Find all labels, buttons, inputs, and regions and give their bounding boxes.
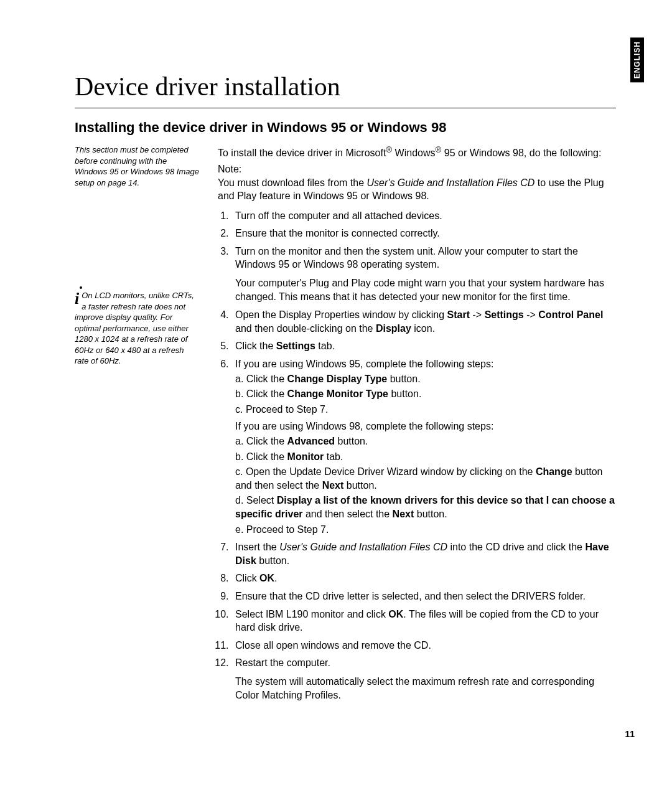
page-title: Device driver installation <box>75 72 616 108</box>
change-button: Change <box>536 466 572 477</box>
instruction-list: Turn off the computer and all attached d… <box>218 209 616 702</box>
ok-button: OK <box>388 609 403 619</box>
substep-98c: c. Open the Update Device Driver Wizard … <box>235 465 616 492</box>
text: -> <box>524 309 539 320</box>
change-monitor-type-button: Change Monitor Type <box>287 388 388 399</box>
settings-tab: Settings <box>276 341 315 351</box>
section-heading: Installing the device driver in Windows … <box>75 120 616 136</box>
monitor-tab: Monitor <box>287 451 324 462</box>
step-6: If you are using Windows 95, complete th… <box>231 357 616 536</box>
text: b. Click the <box>235 388 287 399</box>
win95-substeps: a. Click the Change Display Type button.… <box>235 372 616 416</box>
text: d. Select <box>235 495 277 506</box>
text: Open the Display Properties window by cl… <box>235 309 447 320</box>
text: b. Click the <box>235 451 287 462</box>
step-1: Turn off the computer and all attached d… <box>231 209 616 223</box>
step-11: Close all open windows and remove the CD… <box>231 639 616 652</box>
win98-intro: If you are using Windows 98, complete th… <box>235 420 616 433</box>
step-9: Ensure that the CD drive letter is selec… <box>231 590 616 603</box>
text: Insert the <box>235 542 279 552</box>
control-panel: Control Panel <box>538 309 603 320</box>
text: -> <box>470 309 485 320</box>
registered-mark: ® <box>386 145 392 154</box>
text: Windows <box>392 148 435 158</box>
note-body: You must download files from the User's … <box>218 176 616 203</box>
sidebar-note-lcd-text: On LCD monitors, unlike CRTs, a faster r… <box>75 291 194 365</box>
cd-title: User's Guide and Installation Files CD <box>367 177 535 188</box>
document-page: ENGLISH Device driver installation Insta… <box>0 0 672 800</box>
registered-mark: ® <box>436 145 442 154</box>
substep-6c: c. Proceed to Step 7. <box>235 403 616 416</box>
text: button. <box>256 555 289 566</box>
step-4: Open the Display Properties window by cl… <box>231 308 616 335</box>
step-10: Select IBM L190 monitor and click OK. Th… <box>231 608 616 634</box>
text: tab. <box>324 451 343 462</box>
text: 95 or Windows 98, do the following: <box>441 148 601 158</box>
text: You must download files from the <box>218 177 367 188</box>
text: button. <box>414 509 447 519</box>
page-number: 11 <box>625 729 635 739</box>
language-tab: ENGLISH <box>630 37 644 82</box>
text: Click the <box>235 341 276 351</box>
win98-substeps: a. Click the Advanced button. b. Click t… <box>235 435 616 536</box>
substep-6a: a. Click the Change Display Type button. <box>235 372 616 386</box>
sidebar: This section must be completed before co… <box>75 144 199 707</box>
next-button: Next <box>322 480 344 491</box>
info-icon-dot <box>80 286 82 289</box>
step-12-note: The system will automatically select the… <box>235 675 616 702</box>
substep-98e: e. Proceed to Step 7. <box>235 523 616 537</box>
text: Select IBM L190 monitor and click <box>235 609 388 619</box>
text: tab. <box>315 341 335 351</box>
sidebar-note-prereq: This section must be completed before co… <box>75 144 199 188</box>
text: Restart the computer. <box>235 657 330 668</box>
step-5: Click the Settings tab. <box>231 339 616 353</box>
note-label: Note: <box>218 162 616 176</box>
text: button. <box>335 436 368 446</box>
main-content: To install the device driver in Microsof… <box>218 144 616 707</box>
advanced-button: Advanced <box>287 436 335 446</box>
step-2: Ensure that the monitor is connected cor… <box>231 227 616 240</box>
step-3-note: Your computer's Plug and Play code might… <box>235 276 616 303</box>
step-12: Restart the computer. The system will au… <box>231 656 616 702</box>
two-column-layout: This section must be completed before co… <box>75 144 616 707</box>
change-display-type-button: Change Display Type <box>287 374 388 384</box>
text: button. <box>388 388 421 399</box>
text: a. Click the <box>235 374 287 384</box>
ok-button: OK <box>259 573 274 583</box>
next-button: Next <box>393 509 414 519</box>
sidebar-note-lcd: i On LCD monitors, unlike CRTs, a faster… <box>75 288 199 367</box>
intro-paragraph: To install the device driver in Microsof… <box>218 144 616 160</box>
settings-menu: Settings <box>485 309 524 320</box>
text: . <box>274 573 277 583</box>
info-icon: i <box>75 293 79 304</box>
step-7: Insert the User's Guide and Installation… <box>231 540 616 567</box>
substep-98b: b. Click the Monitor tab. <box>235 450 616 464</box>
text: and then select the <box>303 509 393 519</box>
text: If you are using Windows 95, complete th… <box>235 359 493 369</box>
display-icon: Display <box>376 323 411 334</box>
text: icon. <box>411 323 435 334</box>
text: Turn on the monitor and then the system … <box>235 246 578 270</box>
cd-title: User's Guide and Installation Files CD <box>279 542 447 552</box>
start-menu: Start <box>447 309 470 320</box>
text: button. <box>343 480 376 491</box>
text: Click <box>235 573 259 583</box>
substep-98d: d. Select Display a list of the known dr… <box>235 494 616 520</box>
text: button. <box>387 374 420 384</box>
text: into the CD drive and click the <box>447 542 585 552</box>
text: and then double-clicking on the <box>235 323 376 334</box>
substep-6b: b. Click the Change Monitor Type button. <box>235 387 616 401</box>
step-3: Turn on the monitor and then the system … <box>231 245 616 303</box>
text: a. Click the <box>235 436 287 446</box>
text: To install the device driver in Microsof… <box>218 148 386 158</box>
substep-98a: a. Click the Advanced button. <box>235 435 616 448</box>
text: c. Open the Update Device Driver Wizard … <box>235 466 536 477</box>
step-8: Click OK. <box>231 572 616 585</box>
